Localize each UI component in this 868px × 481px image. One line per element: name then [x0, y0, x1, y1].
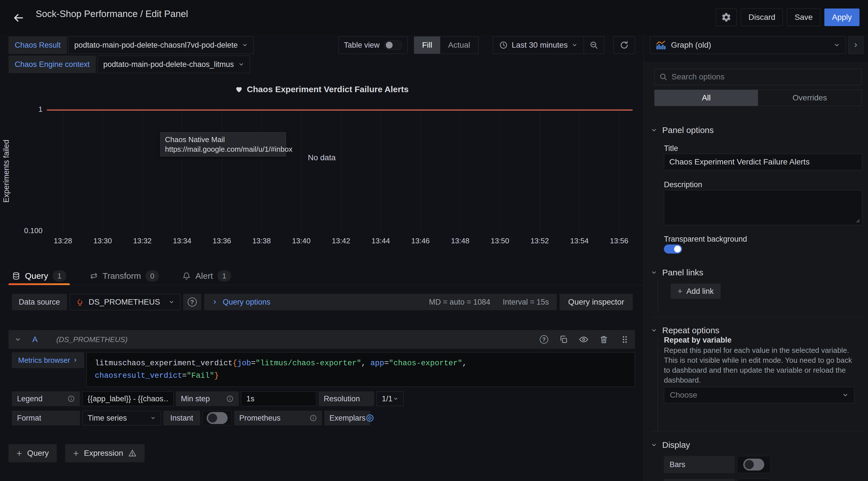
tab-transform[interactable]: Transform 0: [86, 267, 163, 285]
chevron-down-icon: [842, 392, 848, 398]
chevron-down-icon: [239, 62, 244, 67]
query-options-bar[interactable]: Query options MD = auto = 1084 Interval …: [204, 294, 557, 310]
repeat-options-section-header[interactable]: Repeat options: [651, 326, 719, 335]
datasource-label: Data source: [12, 294, 67, 310]
variable-chaos-engine-context: Chaos Engine context podtato-main-pod-de…: [8, 56, 250, 73]
table-view-toggle[interactable]: [384, 40, 402, 50]
chart-gridline: [500, 110, 500, 233]
x-axis-tick: 13:44: [372, 237, 390, 245]
chevron-right-icon: [73, 358, 78, 363]
tooltip-title: Chaos Native Mail: [165, 135, 281, 144]
variable-value-dropdown[interactable]: podtato-main-pod-delete-chaos_litmus: [97, 56, 250, 73]
datasource-picker[interactable]: DS_PROMETHEUS: [70, 294, 180, 310]
panel-header[interactable]: Chaos Experiment Verdict Failure Alerts: [0, 85, 644, 94]
legend-format-input[interactable]: [82, 391, 174, 406]
chevron-down-icon: [393, 396, 398, 401]
bars-label-box: Bars: [664, 456, 735, 473]
drag-handle-icon[interactable]: [621, 335, 629, 344]
options-search[interactable]: [654, 69, 862, 85]
apply-button[interactable]: Apply: [824, 8, 860, 26]
instant-toggle-well: [203, 411, 232, 425]
query-inspector-button[interactable]: Query inspector: [560, 294, 633, 310]
eye-icon[interactable]: [579, 335, 588, 344]
exemplars-label: Exemplars: [330, 414, 366, 423]
plot-area[interactable]: [47, 110, 633, 233]
metrics-browser-button[interactable]: Metrics browser: [12, 352, 84, 368]
time-picker: Last 30 minutes: [493, 36, 604, 54]
back-arrow-icon[interactable]: [11, 11, 26, 25]
instant-label: Instant: [170, 414, 193, 423]
display-section-header[interactable]: Display: [651, 440, 690, 450]
zoom-out-button[interactable]: [584, 37, 604, 54]
variable-label: Chaos Engine context: [8, 56, 96, 73]
query-datasource-hint: (DS_PROMETHEUS): [56, 335, 128, 344]
datasource-row: Data source DS_PROMETHEUS ? Query option…: [12, 294, 633, 310]
min-step-input[interactable]: [241, 391, 316, 406]
refresh-button[interactable]: [614, 36, 635, 54]
graph-viz-icon: [656, 40, 666, 50]
format-select[interactable]: Time series: [82, 411, 161, 425]
options-filter-tabs: All Overrides: [654, 90, 862, 106]
chevron-down-icon: [651, 442, 657, 448]
chart-gridline: [222, 110, 222, 233]
resolution-value: 1/1: [382, 394, 393, 403]
add-query-button[interactable]: + Query: [8, 444, 57, 462]
save-button[interactable]: Save: [787, 8, 820, 26]
fill-option[interactable]: Fill: [414, 37, 440, 54]
exemplars-label-box: Exemplars: [324, 411, 370, 425]
chevron-down-icon: [242, 42, 248, 48]
panel-settings-button[interactable]: [716, 8, 737, 26]
chevron-down-icon[interactable]: [15, 336, 21, 342]
add-expression-button[interactable]: + Expression: [65, 444, 145, 462]
tab-count-badge: 1: [53, 270, 66, 282]
section-guide-line: [658, 337, 658, 431]
repeat-description: Repeat this panel for each value in the …: [664, 345, 855, 385]
discard-button[interactable]: Discard: [741, 8, 783, 26]
query-row-header[interactable]: A (DS_PROMETHEUS) ?: [8, 330, 635, 349]
resolution-label: Resolution: [324, 394, 360, 403]
page-title: Sock-Shop Performance / Edit Panel: [36, 8, 188, 19]
chevron-down-icon: [151, 416, 156, 421]
legend-label-box: Legend: [12, 391, 80, 406]
duplicate-icon[interactable]: [559, 335, 568, 344]
resize-grip-icon[interactable]: [855, 218, 861, 223]
section-heading: Panel options: [662, 125, 714, 135]
datasource-help-button[interactable]: ?: [183, 294, 201, 310]
panel-options-section-header[interactable]: Panel options: [651, 125, 714, 135]
next-option-row-cutoff: [664, 479, 735, 481]
add-link-button[interactable]: + Add link: [671, 283, 721, 299]
bars-toggle[interactable]: [743, 459, 764, 471]
chart-gridline: [301, 110, 302, 233]
tab-overrides[interactable]: Overrides: [758, 90, 862, 106]
search-input[interactable]: [672, 72, 857, 81]
bell-icon: [182, 272, 191, 280]
collapse-options-button[interactable]: [848, 36, 864, 54]
no-data-message: No data: [289, 153, 354, 162]
metrics-browser-label: Metrics browser: [18, 356, 70, 365]
visualization-picker[interactable]: Graph (old): [650, 36, 846, 54]
time-range-button[interactable]: Last 30 minutes: [493, 37, 584, 54]
chevron-down-icon: [572, 42, 578, 48]
panel-description-textarea[interactable]: [664, 190, 862, 225]
help-icon: ?: [188, 298, 197, 307]
instant-toggle[interactable]: [207, 412, 228, 424]
help-icon[interactable]: ?: [540, 335, 548, 344]
trash-icon[interactable]: [599, 335, 608, 344]
promql-expression-input[interactable]: litmuschaos_experiment_verdict{job="litm…: [87, 352, 635, 387]
variable-value-dropdown[interactable]: podtato-main-pod-delete-chaosnl7vd-pod-d…: [68, 36, 254, 54]
tab-all[interactable]: All: [655, 90, 758, 106]
tab-alert[interactable]: Alert 1: [179, 267, 235, 285]
tab-query[interactable]: Query 1: [8, 267, 70, 285]
format-label-box: Format: [12, 411, 80, 425]
chart-tooltip: Chaos Native Mail https://mail.google.co…: [160, 132, 286, 156]
chevron-down-icon: [651, 127, 657, 133]
search-icon: [659, 72, 668, 81]
repeat-variable-select[interactable]: Choose: [664, 387, 855, 403]
resolution-select[interactable]: 1/1: [376, 391, 404, 406]
panel-links-section-header[interactable]: Panel links: [651, 268, 703, 277]
repeat-placeholder: Choose: [670, 391, 698, 400]
transparent-background-toggle[interactable]: [664, 244, 682, 253]
actual-option[interactable]: Actual: [440, 37, 478, 54]
exemplars-eye-icon[interactable]: [366, 414, 374, 422]
panel-title-input[interactable]: [664, 154, 862, 170]
